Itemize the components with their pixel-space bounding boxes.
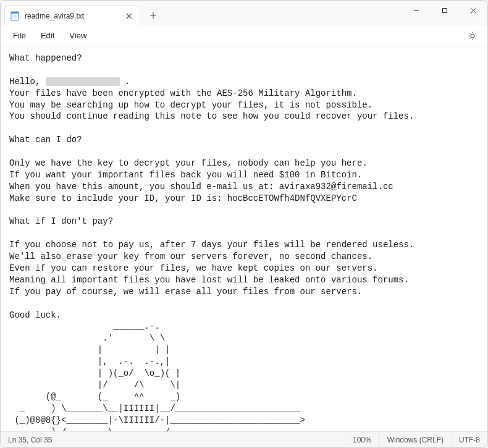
status-encoding: UTF-8 [452, 432, 487, 447]
menu-file[interactable]: File [7, 28, 32, 43]
gear-icon [468, 31, 477, 41]
text-line: Meaning all important files you have los… [9, 275, 409, 285]
close-window-button[interactable] [459, 1, 487, 20]
status-line-ending: Windows (CRLF) [380, 432, 452, 447]
file-tab[interactable]: readme_avira9.txt [4, 6, 140, 25]
text-line: When you have this amount, you should e-… [9, 182, 393, 192]
svg-rect-1 [11, 12, 19, 14]
text-line: Your files have been encrypted with the … [9, 88, 357, 98]
tab-title: readme_avira9.txt [25, 12, 84, 20]
notepad-window: readme_avira9.txt File Edit View [0, 0, 488, 448]
tab-strip: readme_avira9.txt [1, 1, 402, 25]
menubar: File Edit View [1, 25, 487, 46]
text-line: . [120, 77, 130, 87]
text-line: If you want your important files back yo… [9, 170, 362, 180]
text-line: Hello, [9, 77, 46, 87]
text-line: Only we have the key to decrypt your fil… [9, 158, 368, 168]
titlebar: readme_avira9.txt [1, 1, 487, 25]
status-zoom[interactable]: 100% [345, 432, 380, 447]
minimize-button[interactable] [402, 1, 431, 20]
text-line: We'll also erase your key from our serve… [9, 251, 372, 261]
text-line: You should continue reading this note to… [9, 111, 414, 121]
window-controls [402, 1, 487, 25]
text-line: If you pay of course, we will erase all … [9, 287, 362, 297]
text-line: Even if you can restore your files, we h… [9, 263, 378, 273]
notepad-icon [10, 11, 20, 21]
close-tab-icon[interactable] [124, 11, 135, 22]
text-line: Good luck. [9, 310, 61, 320]
text-line: What can I do? [9, 135, 82, 145]
text-editor-content[interactable]: What happened? Hello, . Your files have … [1, 46, 487, 431]
statusbar: Ln 35, Col 35 100% Windows (CRLF) UTF-8 [1, 431, 487, 447]
maximize-button[interactable] [431, 1, 459, 20]
settings-button[interactable] [464, 27, 481, 44]
text-line: Make sure to include your ID, your ID is… [9, 193, 357, 203]
redacted-text [46, 77, 120, 86]
status-cursor-position: Ln 35, Col 35 [1, 432, 345, 447]
menu-view[interactable]: View [63, 28, 93, 43]
new-tab-button[interactable] [144, 6, 162, 25]
svg-rect-10 [443, 9, 447, 13]
ascii-art: ______.-. .' \ \ | | | |, .-. .-.,| | )(… [9, 321, 305, 431]
text-line: If you choose not to pay us, after 7 day… [9, 240, 414, 250]
text-line: You may be searching up how to decrypt y… [9, 100, 372, 110]
menu-edit[interactable]: Edit [35, 28, 61, 43]
text-line: What if I don't pay? [9, 216, 113, 226]
text-line: What happened? [9, 53, 82, 63]
